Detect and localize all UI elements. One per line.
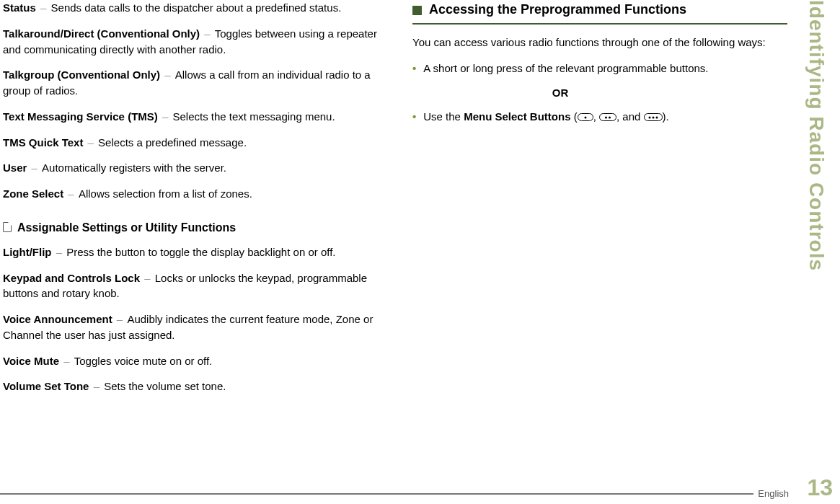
definition-description: Sets the volume set tone. [104, 380, 226, 392]
definition-dash: – [114, 313, 126, 325]
left-column: Status – Sends data calls to the dispatc… [0, 0, 404, 504]
definition-term: Status [3, 1, 36, 14]
footer-language: English [758, 487, 789, 501]
bullet-2-sep2: , and [616, 110, 644, 123]
subheading-text: Assignable Settings or Utility Functions [17, 219, 236, 236]
definition-item: Zone Select – Allows selection from a li… [3, 186, 389, 202]
definition-item: Voice Mute – Toggles voice mute on or of… [3, 353, 389, 369]
definition-term: User [3, 162, 27, 174]
bullet-1-text: A short or long press of the relevant pr… [423, 61, 708, 76]
heading-rule [412, 23, 787, 25]
right-column: Accessing the Preprogrammed Functions Yo… [404, 0, 793, 504]
definition-dash: – [159, 110, 172, 123]
definition-description: Selects a predefined message. [98, 136, 247, 149]
bullet-item-2: • Use the Menu Select Buttons (, , and )… [412, 109, 787, 125]
menu-button-2-icon [599, 113, 616, 121]
definition-item: User – Automatically registers with the … [3, 160, 389, 176]
square-bullet-icon [412, 6, 422, 15]
definition-dash: – [90, 380, 102, 392]
definition-term: Zone Select [3, 187, 63, 200]
definition-dash: – [53, 246, 65, 258]
definition-term: Text Messaging Service (TMS) [3, 110, 158, 123]
definition-description: Sends data calls to the dispatcher about… [51, 1, 342, 14]
bullet-dot-icon: • [412, 61, 416, 76]
definition-dash: – [141, 272, 154, 284]
footer: English [0, 485, 793, 503]
definition-dash: – [162, 68, 174, 81]
definition-description: Selects the text messaging menu. [172, 110, 335, 123]
definition-item: TMS Quick Text – Selects a predefined me… [3, 135, 389, 151]
definition-term: Volume Set Tone [3, 380, 89, 392]
definition-dash: – [201, 27, 213, 40]
definition-item: Volume Set Tone – Sets the volume set to… [3, 379, 389, 394]
definition-dash: – [65, 187, 77, 200]
bullet-dot-icon: • [412, 109, 416, 125]
definition-description: Toggles voice mute on or off. [74, 355, 213, 367]
bullet-2-bold: Menu Select Buttons [464, 110, 570, 123]
definition-term: TMS Quick Text [3, 136, 83, 149]
definition-dash: – [37, 1, 50, 14]
or-separator: OR [412, 85, 787, 101]
definition-term: Talkaround/Direct (Conventional Only) [3, 27, 200, 40]
bullet-2-open: ( [571, 110, 578, 123]
definition-term: Keypad and Controls Lock [3, 272, 140, 284]
intro-text: You can access various radio functions t… [412, 35, 787, 50]
definition-term: Light/Flip [3, 246, 51, 258]
definition-description: Press the button to toggle the display b… [66, 246, 335, 258]
menu-button-3-icon [644, 113, 663, 121]
definition-term: Voice Announcement [3, 313, 112, 325]
definition-item: Keypad and Controls Lock – Locks or unlo… [3, 270, 389, 302]
bullet-2-close: ). [663, 110, 669, 123]
definition-item: Talkgroup (Conventional Only) – Allows a… [3, 67, 389, 99]
definition-description: Allows selection from a list of zones. [79, 187, 252, 200]
definition-dash: – [84, 136, 97, 149]
definition-item: Status – Sends data calls to the dispatc… [3, 0, 389, 16]
subheading-assignable: Assignable Settings or Utility Functions [3, 219, 389, 236]
definition-item: Text Messaging Service (TMS) – Selects t… [3, 109, 389, 125]
definition-dash: – [61, 355, 73, 367]
sidebar: Identifying Radio Controls [793, 0, 836, 504]
bullet-item-1: • A short or long press of the relevant … [412, 61, 787, 76]
definition-item: Voice Announcement – Audibly indicates t… [3, 311, 389, 343]
note-icon [3, 222, 12, 232]
bullet-2-sep1: , [593, 110, 599, 123]
page-number: 13 [807, 471, 833, 504]
definition-item: Talkaround/Direct (Conventional Only) – … [3, 26, 389, 58]
definition-item: Light/Flip – Press the button to toggle … [3, 244, 389, 260]
footer-rule [0, 493, 753, 495]
bullet-2-prefix: Use the [423, 110, 464, 123]
definition-dash: – [28, 162, 40, 174]
vertical-section-title: Identifying Radio Controls [801, 0, 831, 504]
main-heading: Accessing the Preprogrammed Functions [412, 0, 787, 19]
definition-description: Automatically registers with the server. [42, 162, 226, 174]
definition-term: Voice Mute [3, 355, 59, 367]
definition-term: Talkgroup (Conventional Only) [3, 68, 160, 81]
menu-button-1-icon [578, 113, 593, 121]
bullet-2-text: Use the Menu Select Buttons (, , and ). [423, 109, 668, 125]
heading-text: Accessing the Preprogrammed Functions [429, 0, 686, 19]
